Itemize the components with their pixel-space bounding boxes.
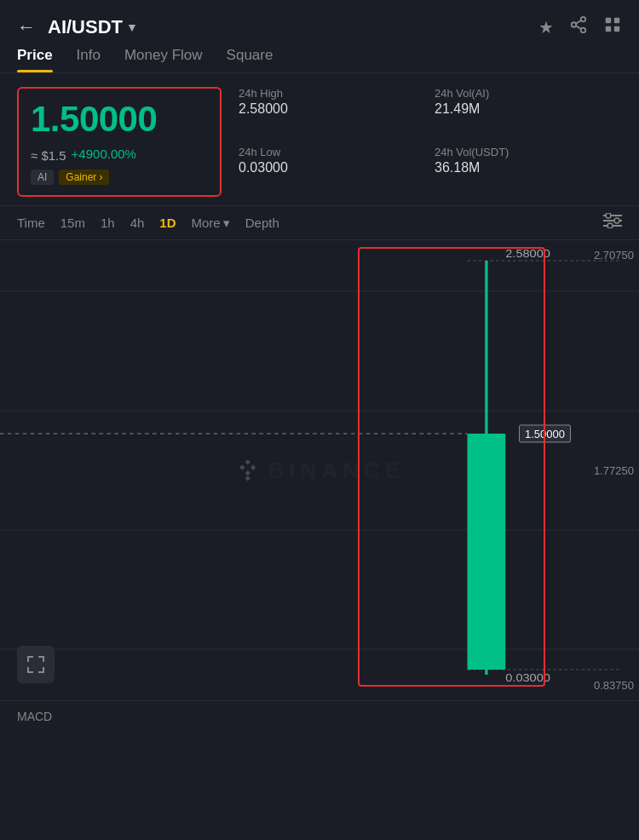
svg-text:2.58000: 2.58000 xyxy=(505,248,550,260)
macd-section: MACD xyxy=(0,700,639,732)
svg-rect-5 xyxy=(606,18,611,23)
svg-point-12 xyxy=(606,213,611,218)
pair-name: AI/USDT xyxy=(48,16,123,38)
toolbar-more[interactable]: More ▾ xyxy=(192,216,230,231)
y-axis: 2.70750 1.77250 0.83750 xyxy=(571,240,639,700)
stat-low: 24h Low 0.03000 xyxy=(239,146,426,198)
stat-vol-usdt-label: 24h Vol(USDT) xyxy=(435,146,622,158)
stat-vol-usdt: 24h Vol(USDT) 36.18M xyxy=(435,146,622,198)
toolbar-15m[interactable]: 15m xyxy=(60,216,85,230)
svg-point-14 xyxy=(607,223,613,228)
svg-point-0 xyxy=(581,17,586,22)
svg-rect-8 xyxy=(614,26,619,32)
pair-title[interactable]: AI/USDT ▼ xyxy=(48,16,138,38)
favorite-icon[interactable]: ★ xyxy=(538,17,554,37)
price-change: +4900.00% xyxy=(72,147,136,161)
tab-bar: Price Info Money Flow Square xyxy=(0,47,639,73)
chart-svg: 2.58000 0.03000 xyxy=(0,240,639,700)
stat-low-label: 24h Low xyxy=(239,146,426,158)
y-label-top: 2.70750 xyxy=(576,249,634,262)
price-usd: ≈ $1.5 xyxy=(31,148,66,163)
toolbar-time[interactable]: Time xyxy=(17,216,45,230)
tag-gainer[interactable]: Gainer › xyxy=(59,170,109,185)
tab-info[interactable]: Info xyxy=(77,47,101,72)
stat-low-value: 0.03000 xyxy=(239,160,426,175)
price-card: 1.50000 ≈ $1.5 +4900.00% AI Gainer › xyxy=(17,87,222,197)
svg-point-13 xyxy=(614,218,619,223)
expand-button[interactable] xyxy=(17,646,55,683)
toolbar-1d[interactable]: 1D xyxy=(159,216,176,230)
header: ← AI/USDT ▼ ★ xyxy=(0,0,639,47)
price-tags: AI Gainer › xyxy=(31,170,208,185)
more-label: More xyxy=(192,216,221,230)
tab-square[interactable]: Square xyxy=(227,47,273,72)
stat-vol-ai: 24h Vol(AI) 21.49M xyxy=(435,87,622,139)
toolbar-1h[interactable]: 1h xyxy=(101,216,115,230)
macd-label: MACD xyxy=(17,710,52,723)
tab-price[interactable]: Price xyxy=(17,47,53,72)
toolbar-depth[interactable]: Depth xyxy=(245,216,279,230)
main-price: 1.50000 xyxy=(31,99,208,140)
back-button[interactable]: ← xyxy=(17,16,36,38)
svg-line-4 xyxy=(576,20,581,24)
svg-rect-7 xyxy=(606,26,611,32)
grid-icon[interactable] xyxy=(603,15,622,38)
more-chevron-icon: ▾ xyxy=(223,216,230,231)
price-section: 1.50000 ≈ $1.5 +4900.00% AI Gainer › 24h… xyxy=(0,73,639,205)
svg-line-3 xyxy=(576,26,581,29)
header-icons: ★ xyxy=(538,15,622,38)
chart-toolbar: Time 15m 1h 4h 1D More ▾ Depth xyxy=(0,205,639,240)
stats-grid: 24h High 2.58000 24h Vol(AI) 21.49M 24h … xyxy=(239,87,622,197)
toolbar-4h[interactable]: 4h xyxy=(130,216,145,230)
svg-rect-6 xyxy=(614,18,619,23)
stat-vol-usdt-value: 36.18M xyxy=(435,160,622,175)
pair-chevron: ▼ xyxy=(126,20,138,34)
tag-ai[interactable]: AI xyxy=(31,170,54,185)
svg-point-1 xyxy=(572,22,577,27)
svg-point-2 xyxy=(581,28,586,32)
svg-rect-24 xyxy=(468,434,506,670)
toolbar-settings-icon[interactable] xyxy=(603,213,622,233)
svg-text:0.03000: 0.03000 xyxy=(505,672,550,684)
share-icon[interactable] xyxy=(569,15,588,38)
stat-high-label: 24h High xyxy=(239,87,426,100)
stat-vol-ai-label: 24h Vol(AI) xyxy=(435,87,622,100)
tab-money-flow[interactable]: Money Flow xyxy=(124,47,203,72)
current-price-label: 1.50000 xyxy=(519,425,571,443)
chart-area: BINANCE 2.58000 0.03000 2.70750 1. xyxy=(0,240,639,700)
stat-vol-ai-value: 21.49M xyxy=(435,101,622,117)
y-label-mid: 1.77250 xyxy=(576,464,634,477)
stat-high-value: 2.58000 xyxy=(239,101,426,117)
y-label-bot: 0.83750 xyxy=(576,679,634,692)
stat-high: 24h High 2.58000 xyxy=(239,87,426,139)
